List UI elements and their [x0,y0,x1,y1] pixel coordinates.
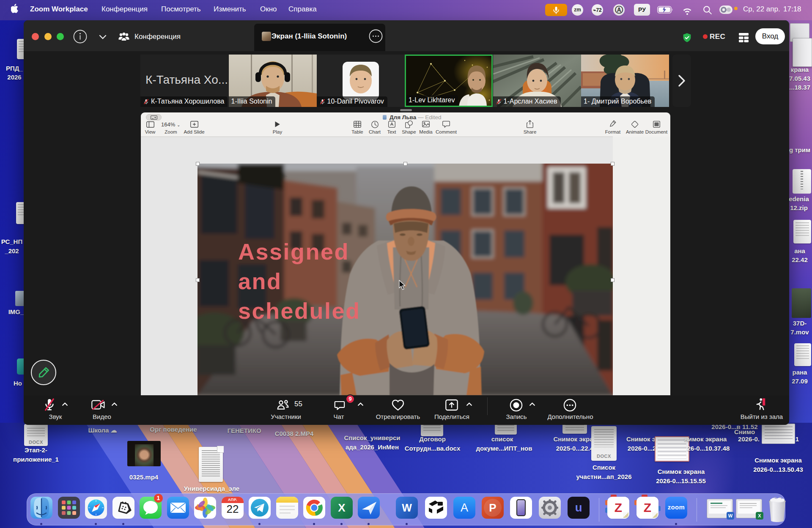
svg-text:scheduled: scheduled [238,298,361,323]
svg-text:Assigned: Assigned [238,239,349,264]
svg-text:and: and [238,268,282,294]
